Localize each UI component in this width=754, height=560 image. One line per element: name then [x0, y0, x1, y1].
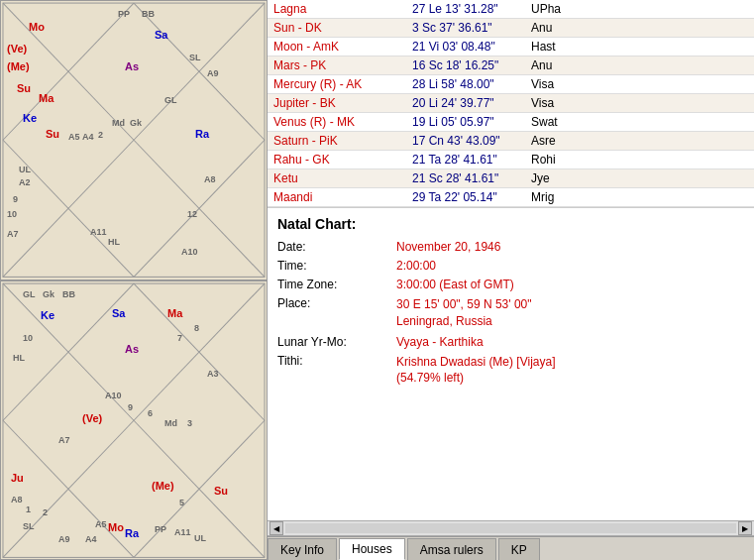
time-value: 2:00:00 — [396, 259, 744, 273]
rasi-chart-grid — [1, 1, 267, 280]
astro-table-section[interactable]: Lagna 27 Le 13' 31.28" UPha Sun - DK 3 S… — [268, 0, 754, 208]
tab-key-info-label: Key Info — [280, 543, 324, 557]
nakshatra-cell: Anu — [525, 56, 754, 75]
tab-kp[interactable]: KP — [498, 538, 540, 560]
planet-mo-bot: Mo — [108, 521, 124, 533]
label-ul-top: UL — [19, 165, 31, 174]
tab-kp-label: KP — [511, 543, 527, 557]
date-label: Date: — [277, 240, 396, 254]
date-row: Date: November 20, 1946 — [277, 240, 744, 254]
label-bb-bot: BB — [62, 289, 75, 299]
table-row: Moon - AmK 21 Vi 03' 08.48" Hast — [268, 38, 754, 56]
table-row: Ketu 21 Sc 28' 41.61" Jye — [268, 169, 754, 188]
position-cell: 28 Li 58' 48.00" — [406, 75, 525, 94]
lunar-row: Lunar Yr-Mo: Vyaya - Karthika — [277, 335, 744, 349]
label-hl-bot: HL — [13, 353, 25, 363]
planet-as-bot: As — [125, 343, 139, 355]
nakshatra-cell: Anu — [525, 19, 754, 38]
label-a10-bot: A10 — [105, 391, 122, 400]
tab-key-info[interactable]: Key Info — [268, 538, 337, 560]
tithi-label: Tithi: — [277, 354, 396, 368]
planet-ra-bot: Ra — [125, 527, 139, 539]
label-bb-top: BB — [142, 9, 155, 19]
position-cell: 21 Ta 28' 41.61" — [406, 151, 525, 169]
natal-chart-heading: Natal Chart: — [277, 216, 744, 232]
natal-chart-rasi: Natal Chart Rasi Mo (Ve) (Me) Su Ke — [0, 0, 268, 280]
right-panel: Lagna 27 Le 13' 31.28" UPha Sun - DK 3 S… — [268, 0, 754, 560]
timezone-row: Time Zone: 3:00:00 (East of GMT) — [277, 278, 744, 291]
label-a8-top: A8 — [204, 174, 216, 184]
scroll-left-arrow[interactable]: ◀ — [269, 521, 283, 535]
label-a2-top: A2 — [19, 177, 31, 187]
tab-amsa-rulers[interactable]: Amsa rulers — [407, 538, 496, 560]
planet-cell: Lagna — [268, 0, 406, 19]
planet-ve-bot: (Ve) — [82, 412, 102, 424]
horizontal-scrollbar[interactable]: ◀ ▶ — [268, 520, 754, 536]
scroll-track[interactable] — [285, 523, 736, 533]
table-row: Venus (R) - MK 19 Li 05' 05.97" Swat — [268, 113, 754, 132]
position-cell: 27 Le 13' 31.28" — [406, 0, 525, 19]
time-label: Time: — [277, 259, 396, 273]
planet-me-top: (Me) — [7, 60, 30, 72]
table-row: Jupiter - BK 20 Li 24' 39.77" Visa — [268, 94, 754, 113]
label-a11-bot: A11 — [174, 527, 191, 537]
table-row: Mercury (R) - AK 28 Li 58' 48.00" Visa — [268, 75, 754, 94]
planet-me-bot: (Me) — [152, 480, 174, 492]
tithi-row: Tithi: Krishna Dwadasi (Me) [Vijaya] (54… — [277, 354, 744, 388]
planet-sa-bot: Sa — [112, 307, 125, 319]
label-6-bot: 6 — [148, 408, 153, 418]
planet-su2-top: Su — [46, 128, 59, 140]
tithi-sub: (54.79% left) — [396, 371, 464, 385]
label-a5-bot: A5 — [95, 519, 107, 529]
label-2-top: 2 — [98, 130, 103, 140]
planet-ju-bot: Ju — [11, 472, 24, 484]
planet-cell: Moon - AmK — [268, 38, 406, 56]
nakshatra-cell: Hast — [525, 38, 754, 56]
planet-cell: Mercury (R) - AK — [268, 75, 406, 94]
table-row: Saturn - PiK 17 Cn 43' 43.09" Asre — [268, 132, 754, 151]
label-a8-bot: A8 — [11, 495, 23, 504]
planet-cell: Ketu — [268, 169, 406, 188]
position-cell: 20 Li 24' 39.77" — [406, 94, 525, 113]
position-cell: 3 Sc 37' 36.61" — [406, 19, 525, 38]
label-a11-top: A11 — [90, 227, 107, 237]
label-5-bot: 5 — [179, 498, 184, 507]
nakshatra-cell: Swat — [525, 113, 754, 132]
tithi-value: Krishna Dwadasi (Me) [Vijaya] (54.79% le… — [396, 354, 744, 388]
place-label: Place: — [277, 296, 396, 310]
label-a4-bot: A4 — [85, 534, 97, 544]
label-8-bot: 8 — [194, 323, 199, 333]
planet-ra-top: Ra — [195, 128, 209, 140]
planet-cell: Maandi — [268, 188, 406, 207]
table-row: Rahu - GK 21 Ta 28' 41.61" Rohi — [268, 151, 754, 169]
tab-houses-label: Houses — [352, 542, 392, 556]
label-2-bot: 2 — [43, 507, 48, 517]
left-panel: Natal Chart Rasi Mo (Ve) (Me) Su Ke — [0, 0, 268, 560]
label-gl-bot: GL — [23, 289, 36, 299]
label-a5-top: A5 — [68, 132, 80, 142]
timezone-label: Time Zone: — [277, 278, 396, 291]
tab-houses[interactable]: Houses — [339, 538, 405, 560]
scroll-right-arrow[interactable]: ▶ — [738, 521, 752, 535]
position-cell: 19 Li 05' 05.97" — [406, 113, 525, 132]
label-3-bot: 3 — [187, 418, 192, 428]
label-1-bot: 1 — [26, 504, 31, 514]
planet-sa-top: Sa — [155, 29, 167, 41]
place-value: 30 E 15' 00", 59 N 53' 00" Leningrad, Ru… — [396, 296, 744, 330]
time-row: Time: 2:00:00 — [277, 259, 744, 273]
label-7-bot: 7 — [177, 333, 182, 343]
label-a9-bot: A9 — [58, 534, 70, 544]
label-pp-top: PP — [118, 9, 130, 19]
label-sl-top: SL — [189, 53, 201, 62]
table-row: Maandi 29 Ta 22' 05.14" Mrig — [268, 188, 754, 207]
tithi-main: Krishna Dwadasi (Me) [Vijaya] — [396, 355, 556, 369]
table-row: Sun - DK 3 Sc 37' 36.61" Anu — [268, 19, 754, 38]
label-pp-bot: PP — [155, 524, 166, 534]
planet-su-bot: Su — [214, 485, 228, 497]
nakshatra-cell: Mrig — [525, 188, 754, 207]
label-9-bot: 9 — [128, 402, 133, 412]
label-10-bot: 10 — [23, 333, 33, 343]
label-10-top: 10 — [7, 209, 17, 219]
planet-cell: Rahu - GK — [268, 151, 406, 169]
label-9-top: 9 — [13, 194, 18, 204]
